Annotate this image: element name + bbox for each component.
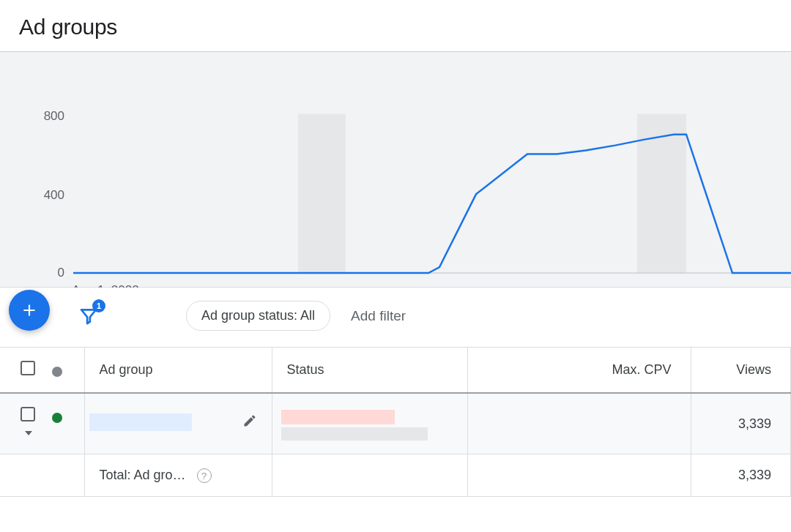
status-value-redacted bbox=[281, 410, 395, 424]
status-dropdown-icon[interactable] bbox=[25, 431, 32, 435]
help-icon[interactable]: ? bbox=[197, 468, 212, 483]
svg-rect-0 bbox=[298, 114, 346, 273]
plus-icon bbox=[20, 301, 39, 320]
status-dot-header-icon bbox=[52, 367, 62, 377]
performance-chart: 800 400 0 Aug 1, 2022 bbox=[0, 52, 791, 288]
table-total-row: Total: Ad gro… ? 3,339 bbox=[0, 454, 791, 497]
select-all-checkbox[interactable] bbox=[21, 361, 35, 375]
filter-bar: 1 Ad group status: All Add filter bbox=[0, 288, 791, 347]
table-row[interactable]: 3,339 bbox=[0, 393, 791, 454]
page-header: Ad groups bbox=[0, 0, 791, 52]
status-dot-enabled-icon bbox=[52, 413, 62, 423]
status-detail-redacted bbox=[281, 427, 428, 441]
col-header-views[interactable]: Views bbox=[691, 348, 791, 394]
chart-svg bbox=[0, 52, 791, 287]
total-views: 3,339 bbox=[691, 454, 791, 497]
col-header-max-cpv[interactable]: Max. CPV bbox=[467, 348, 691, 394]
col-header-ad-group[interactable]: Ad group bbox=[84, 348, 272, 394]
ad-groups-table: Ad group Status Max. CPV Views bbox=[0, 347, 791, 497]
cell-max-cpv[interactable] bbox=[467, 393, 691, 454]
col-header-status[interactable]: Status bbox=[272, 348, 467, 394]
edit-ad-group-icon[interactable] bbox=[242, 413, 257, 432]
ad-group-name-redacted[interactable] bbox=[89, 413, 192, 431]
table-header-row: Ad group Status Max. CPV Views bbox=[0, 348, 791, 394]
row-checkbox[interactable] bbox=[21, 407, 35, 422]
add-ad-group-button[interactable] bbox=[9, 290, 50, 331]
add-filter-link[interactable]: Add filter bbox=[351, 308, 406, 324]
page-title: Ad groups bbox=[19, 15, 772, 40]
cell-views: 3,339 bbox=[691, 393, 791, 454]
total-label: Total: Ad gro… bbox=[100, 468, 186, 482]
filter-funnel-button[interactable]: 1 bbox=[76, 304, 101, 329]
filter-chip-status[interactable]: Ad group status: All bbox=[186, 301, 330, 331]
svg-rect-1 bbox=[637, 114, 686, 273]
filter-count-badge: 1 bbox=[92, 299, 105, 312]
